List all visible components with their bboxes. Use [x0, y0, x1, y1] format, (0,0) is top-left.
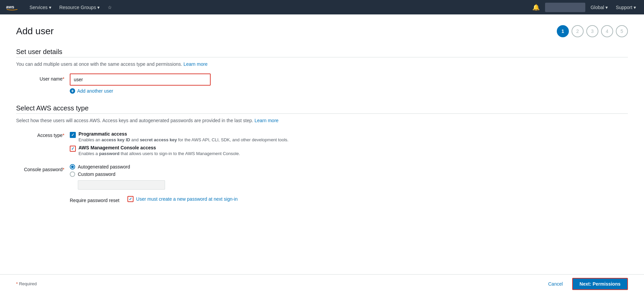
console-checkmark: ✓: [71, 146, 74, 151]
set-user-details-desc-text: You can add multiple users at once with …: [16, 61, 182, 67]
step-indicators: 1 2 3 4 5: [557, 25, 628, 37]
page-title: Add user: [16, 26, 54, 37]
support-chevron: ▾: [634, 5, 636, 10]
nav-right: 🔔 Global ▾ Support ▾: [530, 3, 639, 12]
prog-desc-suffix: for the AWS API, CLI, SDK, and other dev…: [177, 137, 289, 142]
console-access-label: AWS Management Console access: [78, 145, 628, 150]
step-3: 3: [586, 25, 598, 37]
page-header: Add user 1 2 3 4 5: [16, 25, 628, 37]
access-type-desc-text: Select how these users will access AWS. …: [16, 118, 253, 123]
access-type-options: ✓ Programmatic access Enables an access …: [70, 131, 628, 159]
plus-circle-icon: +: [70, 88, 75, 94]
programmatic-access-label: Programmatic access: [78, 131, 628, 137]
step-5: 5: [616, 25, 628, 37]
required-note-text: Required: [19, 281, 37, 286]
console-password-required-star: *: [63, 167, 64, 172]
set-user-details-learn-more[interactable]: Learn more: [183, 61, 208, 67]
aws-logo[interactable]: aws: [5, 3, 19, 11]
access-type-section: Select AWS access type Select how these …: [16, 104, 628, 203]
set-user-details-description: You can add multiple users at once with …: [16, 61, 628, 67]
top-navigation: aws Services ▾ Resource Groups ▾ ☆ 🔔 Glo…: [0, 0, 644, 14]
next-permissions-button[interactable]: Next: Permissions: [572, 278, 628, 290]
user-account-bar[interactable]: [545, 3, 585, 12]
prog-desc-prefix: Enables an: [78, 137, 102, 142]
require-reset-checkbox[interactable]: ✓: [127, 196, 133, 202]
console-desc-prefix: Enables a: [78, 151, 99, 156]
resource-groups-chevron: ▾: [97, 5, 100, 10]
programmatic-access-checkbox[interactable]: ✓: [70, 132, 76, 138]
region-chevron: ▾: [605, 5, 608, 10]
resource-groups-nav[interactable]: Resource Groups ▾: [55, 0, 104, 14]
programmatic-access-row: ✓ Programmatic access Enables an access …: [70, 131, 628, 142]
prog-desc-bold1: access key ID: [102, 137, 130, 142]
console-desc-suffix: that allows users to sign-in to the AWS …: [119, 151, 240, 156]
prog-desc-mid: and: [130, 137, 140, 142]
cancel-button[interactable]: Cancel: [543, 278, 568, 290]
step-2: 2: [572, 25, 584, 37]
access-type-title: Select AWS access type: [16, 104, 628, 112]
programmatic-access-desc: Enables an access key ID and secret acce…: [78, 137, 628, 142]
access-type-description: Select how these users will access AWS. …: [16, 118, 628, 123]
required-note: * Required: [16, 281, 37, 286]
console-desc-bold: password: [99, 151, 119, 156]
require-reset-desc: User must create a new password at next …: [136, 196, 238, 202]
set-user-details-title: Set user details: [16, 48, 628, 56]
autogenerated-radio[interactable]: [70, 164, 75, 169]
services-chevron: ▾: [49, 5, 51, 10]
region-label: Global: [591, 5, 604, 10]
access-type-learn-more[interactable]: Learn more: [255, 118, 279, 123]
custom-password-radio[interactable]: [70, 172, 75, 177]
services-label: Services: [30, 5, 48, 10]
require-reset-label-container: Require password reset: [70, 195, 125, 203]
console-password-controls: Autogenerated password Custom password R…: [70, 164, 628, 203]
custom-password-row: Custom password: [70, 172, 628, 177]
require-reset-label-text: Require password reset: [70, 198, 119, 203]
autogenerated-label: Autogenerated password: [78, 164, 130, 169]
access-type-label: Access type*: [16, 130, 70, 138]
section-divider-1: [16, 57, 628, 57]
console-password-label-text: Console password: [24, 167, 62, 172]
step-4: 4: [601, 25, 613, 37]
require-reset-checkmark: ✓: [129, 197, 132, 201]
add-another-label: Add another user: [77, 88, 113, 94]
access-type-label-text: Access type: [37, 133, 62, 138]
step-1: 1: [557, 25, 569, 37]
custom-password-input[interactable]: [78, 180, 165, 190]
autogenerated-password-row: Autogenerated password: [70, 164, 628, 169]
console-access-row: ✓ AWS Management Console access Enables …: [70, 145, 628, 156]
access-type-required-star: *: [63, 133, 64, 138]
bottom-bar: * Required Cancel Next: Permissions: [0, 274, 644, 293]
page-content: Add user 1 2 3 4 5 Set user details You …: [0, 14, 644, 293]
services-nav[interactable]: Services ▾: [25, 0, 55, 14]
section-divider-2: [16, 113, 628, 114]
username-controls: + Add another user: [70, 74, 628, 94]
username-label: User name*: [16, 74, 70, 82]
programmatic-checkmark: ✓: [71, 133, 74, 137]
console-password-label: Console password*: [16, 164, 70, 172]
required-star: *: [16, 281, 19, 286]
autogenerated-radio-dot: [71, 165, 74, 168]
access-type-form-row: Access type* ✓ Programmatic access Enabl…: [16, 130, 628, 159]
require-reset-controls: ✓ User must create a new password at nex…: [127, 196, 238, 202]
add-another-user-button[interactable]: + Add another user: [70, 88, 113, 94]
notifications-bell-icon[interactable]: 🔔: [530, 4, 542, 11]
region-selector[interactable]: Global ▾: [588, 5, 610, 10]
console-password-form-row: Console password* Autogenerated password…: [16, 164, 628, 203]
username-form-row: User name* + Add another user: [16, 74, 628, 94]
support-nav[interactable]: Support ▾: [613, 5, 639, 10]
bottom-actions: Cancel Next: Permissions: [543, 278, 628, 290]
username-input[interactable]: [70, 74, 211, 86]
custom-password-label: Custom password: [78, 172, 115, 177]
set-user-details-section: Set user details You can add multiple us…: [16, 48, 628, 94]
resource-groups-label: Resource Groups: [59, 5, 96, 10]
programmatic-label-group: Programmatic access Enables an access ke…: [78, 131, 628, 142]
console-access-checkbox[interactable]: ✓: [70, 146, 76, 152]
prog-desc-bold2: secret access key: [140, 137, 177, 142]
console-access-desc: Enables a password that allows users to …: [78, 151, 628, 156]
require-password-reset-row: Require password reset ✓ User must creat…: [70, 195, 628, 203]
svg-text:aws: aws: [6, 4, 14, 9]
favorites-nav[interactable]: ☆: [104, 0, 116, 14]
support-label: Support: [616, 5, 632, 10]
star-icon: ☆: [108, 5, 112, 10]
console-label-group: AWS Management Console access Enables a …: [78, 145, 628, 156]
